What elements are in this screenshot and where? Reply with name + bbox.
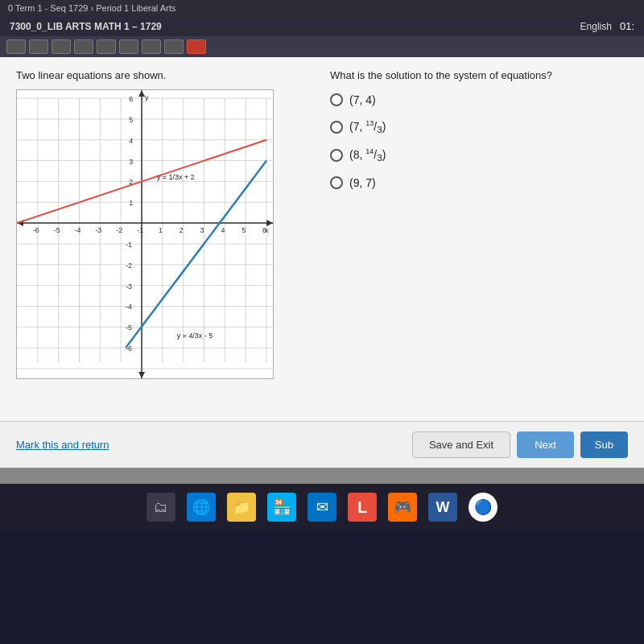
breadcrumb: 0 Term 1 - Seq 1729 › Period 1 Liberal A… (8, 3, 175, 13)
graph-svg: x y -6 -5 -4 -3 -2 -1 1 2 3 4 5 6 (17, 90, 273, 378)
bottom-bar: Mark this and return Save and Exit Next … (0, 421, 644, 468)
choice-label-d: (9, 7) (349, 176, 376, 189)
browser-bar: 0 Term 1 - Seq 1729 › Period 1 Liberal A… (0, 0, 644, 16)
mark-return-link[interactable]: Mark this and return (16, 439, 109, 451)
app-icon[interactable]: 🎮 (388, 493, 417, 522)
svg-text:-1: -1 (126, 241, 132, 249)
svg-text:1: 1 (159, 226, 163, 234)
answer-choice-c[interactable]: (8, 14/3) (330, 147, 628, 163)
svg-text:-3: -3 (126, 283, 132, 291)
app-header: 7300_0_LIB ARTS MATH 1 – 1729 English 01… (0, 16, 644, 36)
chrome-icon[interactable]: 🔵 (469, 493, 497, 522)
blue-equation-label: y = 4/3x - 5 (177, 332, 213, 340)
svg-text:-5: -5 (54, 226, 60, 234)
radio-b[interactable] (330, 121, 343, 134)
svg-text:3: 3 (200, 226, 204, 234)
svg-text:-6: -6 (33, 226, 39, 234)
left-question-text: Two linear equations are shown. (16, 69, 314, 81)
divider (0, 468, 644, 484)
blue-line (126, 161, 266, 349)
right-panel: What is the solution to the system of eq… (330, 69, 628, 409)
svg-text:1: 1 (129, 199, 133, 207)
radio-c[interactable] (330, 149, 343, 162)
svg-text:4: 4 (221, 226, 225, 234)
save-exit-button[interactable]: Save and Exit (412, 431, 510, 458)
word-icon[interactable]: W (428, 493, 457, 522)
taskbar: 🗂 🌐 📁 🏪 ✉ L 🎮 W 🔵 (0, 484, 644, 530)
toolbar-btn-8[interactable] (164, 39, 184, 54)
choice-label-c: (8, 14/3) (349, 147, 386, 163)
answer-question-text: What is the solution to the system of eq… (330, 69, 628, 81)
svg-text:3: 3 (129, 158, 133, 166)
toolbar-btn-skip[interactable] (187, 39, 206, 54)
svg-text:-3: -3 (95, 226, 101, 234)
svg-marker-28 (266, 220, 273, 226)
answer-choice-d[interactable]: (9, 7) (330, 176, 628, 189)
toolbar (0, 36, 644, 57)
toolbar-btn-2[interactable] (29, 39, 48, 54)
edge-icon[interactable]: 🌐 (187, 493, 216, 522)
toolbar-btn-3[interactable] (52, 39, 71, 54)
main-content: Two linear equations are shown. (0, 57, 644, 468)
folder-icon[interactable]: 📁 (227, 493, 256, 522)
language-selector[interactable]: English (580, 21, 612, 32)
header-right: English 01: (580, 20, 634, 32)
graph-container: x y -6 -5 -4 -3 -2 -1 1 2 3 4 5 6 (16, 89, 274, 379)
svg-text:-1: -1 (137, 226, 143, 234)
svg-text:-4: -4 (126, 303, 132, 311)
bottom-buttons: Save and Exit Next Sub (412, 431, 628, 458)
svg-text:2: 2 (180, 226, 184, 234)
answer-choice-b[interactable]: (7, 13/3) (330, 119, 628, 134)
next-button[interactable]: Next (517, 431, 574, 458)
toolbar-btn-1[interactable] (6, 39, 26, 54)
svg-text:6: 6 (262, 226, 266, 234)
timer: 01: (620, 20, 634, 32)
answer-choice-a[interactable]: (7, 4) (330, 93, 628, 106)
store-icon[interactable]: 🏪 (267, 493, 296, 522)
choice-label-a: (7, 4) (349, 93, 376, 106)
toolbar-btn-7[interactable] (142, 39, 161, 54)
svg-text:-4: -4 (75, 226, 81, 234)
toolbar-btn-4[interactable] (74, 39, 93, 54)
svg-marker-31 (138, 372, 145, 378)
svg-text:-5: -5 (126, 324, 132, 332)
left-panel: Two linear equations are shown. (16, 69, 314, 409)
toolbar-btn-5[interactable] (97, 39, 116, 54)
mail-icon[interactable]: ✉ (308, 493, 336, 522)
red-equation-label: y = 1/3x + 2 (157, 173, 195, 181)
svg-text:-2: -2 (116, 226, 122, 234)
svg-text:5: 5 (129, 116, 133, 124)
question-area: Two linear equations are shown. (0, 57, 644, 421)
radio-a[interactable] (330, 93, 343, 106)
svg-text:4: 4 (129, 137, 133, 145)
file-explorer-icon[interactable]: 🗂 (147, 493, 175, 522)
radio-d[interactable] (330, 176, 343, 189)
choice-label-b: (7, 13/3) (349, 119, 386, 134)
y-axis-label: y (145, 93, 149, 101)
lexia-icon[interactable]: L (348, 493, 377, 522)
svg-text:6: 6 (129, 95, 133, 103)
svg-text:-2: -2 (126, 262, 132, 270)
submit-button[interactable]: Sub (580, 431, 628, 458)
svg-text:5: 5 (242, 226, 246, 234)
svg-marker-29 (138, 90, 145, 97)
toolbar-btn-6[interactable] (119, 39, 138, 54)
app-title: 7300_0_LIB ARTS MATH 1 – 1729 (10, 21, 162, 32)
